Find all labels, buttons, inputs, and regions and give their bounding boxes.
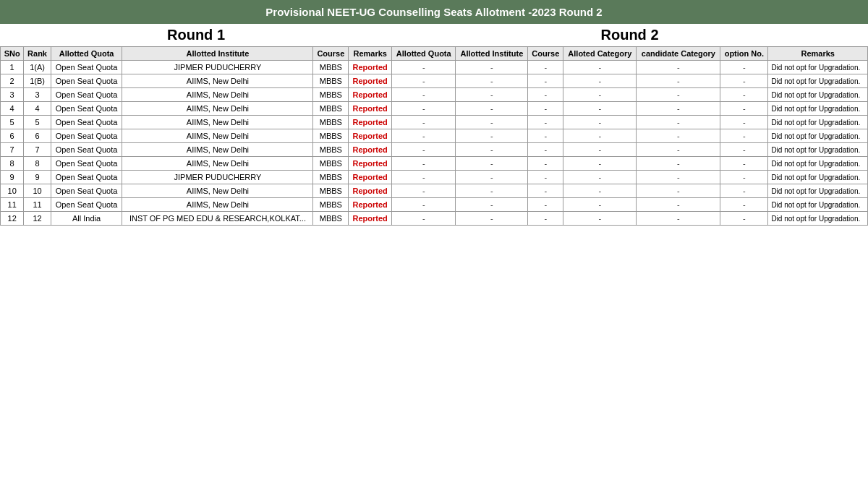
cell-alloted-cat: -	[563, 143, 637, 157]
cell-sno: 5	[1, 116, 24, 129]
cell-course-r2: -	[528, 74, 563, 88]
cell-remarks-r1: Reported	[349, 116, 392, 129]
cell-quota-r2: -	[392, 102, 456, 116]
col-sno: SNo	[1, 47, 24, 61]
cell-course: MBBS	[313, 88, 349, 102]
table-row: 1111Open Seat QuotaAIIMS, New DelhiMBBSR…	[1, 198, 868, 212]
cell-alloted-cat: -	[563, 157, 637, 171]
cell-alloted-cat: -	[563, 116, 637, 129]
cell-sno: 10	[1, 184, 24, 198]
cell-alloted-cat: -	[563, 212, 637, 226]
cell-remarks-r2: Did not opt for Upgradation.	[768, 74, 868, 88]
cell-course-r2: -	[528, 171, 563, 184]
cell-quota: Open Seat Quota	[51, 157, 122, 171]
cell-course-r2: -	[528, 129, 563, 143]
cell-candidate-cat: -	[637, 157, 720, 171]
cell-sno: 1	[1, 61, 24, 74]
cell-sno: 4	[1, 102, 24, 116]
cell-course: MBBS	[313, 212, 349, 226]
cell-institute-r2: -	[456, 184, 528, 198]
col-remarks-r1: Remarks	[349, 47, 392, 61]
col-allotted-quota-r1: Allotted Quota	[51, 47, 122, 61]
cell-remarks-r2: Did not opt for Upgradation.	[768, 61, 868, 74]
col-allotted-institute-r1: Allotted Institute	[122, 47, 313, 61]
col-allotted-quota-r2: Allotted Quota	[392, 47, 456, 61]
cell-remarks-r1: Reported	[349, 88, 392, 102]
cell-quota: Open Seat Quota	[51, 74, 122, 88]
cell-alloted-cat: -	[563, 129, 637, 143]
cell-course: MBBS	[313, 102, 349, 116]
cell-quota: All India	[51, 212, 122, 226]
cell-sno: 11	[1, 198, 24, 212]
cell-alloted-cat: -	[563, 102, 637, 116]
cell-institute: AIIMS, New Delhi	[122, 116, 313, 129]
cell-institute: JIPMER PUDUCHERRY	[122, 171, 313, 184]
cell-remarks-r2: Did not opt for Upgradation.	[768, 116, 868, 129]
cell-quota-r2: -	[392, 88, 456, 102]
cell-course-r2: -	[528, 88, 563, 102]
table-row: 66Open Seat QuotaAIIMS, New DelhiMBBSRep…	[1, 129, 868, 143]
cell-institute: AIIMS, New Delhi	[122, 184, 313, 198]
cell-institute: INST OF PG MED EDU & RESEARCH,KOLKAT...	[122, 212, 313, 226]
cell-alloted-cat: -	[563, 74, 637, 88]
cell-rank: 7	[24, 143, 51, 157]
cell-candidate-cat: -	[637, 102, 720, 116]
cell-course: MBBS	[313, 184, 349, 198]
cell-option-no: -	[720, 184, 768, 198]
cell-institute: AIIMS, New Delhi	[122, 129, 313, 143]
cell-course: MBBS	[313, 74, 349, 88]
cell-option-no: -	[720, 143, 768, 157]
cell-remarks-r1: Reported	[349, 212, 392, 226]
cell-institute-r2: -	[456, 171, 528, 184]
cell-course-r2: -	[528, 61, 563, 74]
cell-remarks-r1: Reported	[349, 157, 392, 171]
round2-header: Round 2	[392, 24, 868, 47]
cell-option-no: -	[720, 129, 768, 143]
cell-institute: AIIMS, New Delhi	[122, 157, 313, 171]
cell-rank: 1(A)	[24, 61, 51, 74]
cell-institute: AIIMS, New Delhi	[122, 88, 313, 102]
cell-alloted-cat: -	[563, 198, 637, 212]
cell-course: MBBS	[313, 198, 349, 212]
cell-alloted-cat: -	[563, 171, 637, 184]
cell-remarks-r1: Reported	[349, 198, 392, 212]
cell-remarks-r2: Did not opt for Upgradation.	[768, 102, 868, 116]
cell-institute: AIIMS, New Delhi	[122, 102, 313, 116]
table-row: 77Open Seat QuotaAIIMS, New DelhiMBBSRep…	[1, 143, 868, 157]
cell-remarks-r1: Reported	[349, 74, 392, 88]
cell-candidate-cat: -	[637, 61, 720, 74]
cell-institute-r2: -	[456, 198, 528, 212]
table-row: 99Open Seat QuotaJIPMER PUDUCHERRYMBBSRe…	[1, 171, 868, 184]
cell-sno: 7	[1, 143, 24, 157]
cell-quota: Open Seat Quota	[51, 116, 122, 129]
cell-quota: Open Seat Quota	[51, 198, 122, 212]
cell-quota-r2: -	[392, 198, 456, 212]
cell-course: MBBS	[313, 116, 349, 129]
cell-candidate-cat: -	[637, 116, 720, 129]
cell-remarks-r1: Reported	[349, 143, 392, 157]
cell-sno: 6	[1, 129, 24, 143]
cell-remarks-r1: Reported	[349, 61, 392, 74]
cell-institute-r2: -	[456, 212, 528, 226]
cell-option-no: -	[720, 157, 768, 171]
cell-quota-r2: -	[392, 116, 456, 129]
cell-rank: 10	[24, 184, 51, 198]
cell-institute-r2: -	[456, 143, 528, 157]
cell-course: MBBS	[313, 143, 349, 157]
table-row: 55Open Seat QuotaAIIMS, New DelhiMBBSRep…	[1, 116, 868, 129]
cell-remarks-r2: Did not opt for Upgradation.	[768, 88, 868, 102]
cell-candidate-cat: -	[637, 198, 720, 212]
cell-remarks-r2: Did not opt for Upgradation.	[768, 212, 868, 226]
cell-course: MBBS	[313, 129, 349, 143]
cell-sno: 9	[1, 171, 24, 184]
cell-sno: 8	[1, 157, 24, 171]
cell-course: MBBS	[313, 171, 349, 184]
cell-quota: Open Seat Quota	[51, 171, 122, 184]
cell-option-no: -	[720, 74, 768, 88]
cell-quota: Open Seat Quota	[51, 61, 122, 74]
cell-institute: AIIMS, New Delhi	[122, 74, 313, 88]
cell-rank: 8	[24, 157, 51, 171]
cell-remarks-r1: Reported	[349, 129, 392, 143]
cell-candidate-cat: -	[637, 74, 720, 88]
cell-remarks-r2: Did not opt for Upgradation.	[768, 198, 868, 212]
